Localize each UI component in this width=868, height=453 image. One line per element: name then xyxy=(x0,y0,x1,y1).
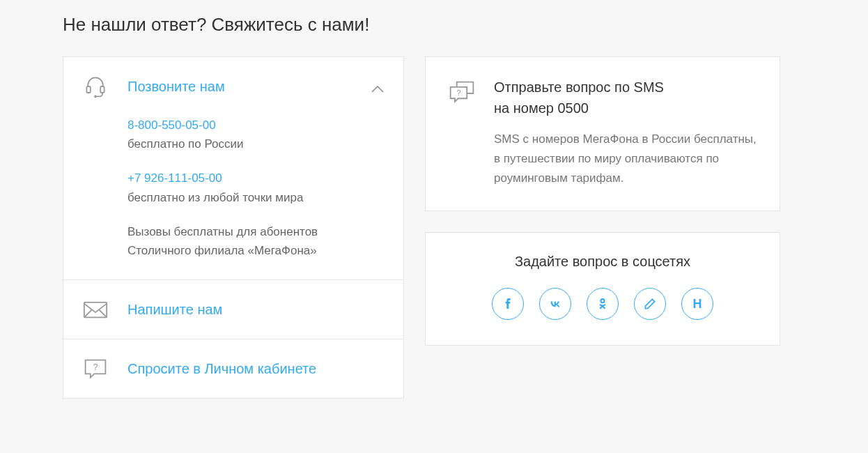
call-us-body: 8-800-550-05-00 бесплатно по России +7 9… xyxy=(63,116,403,279)
write-us-header[interactable]: Напишите нам xyxy=(63,280,403,339)
svg-rect-0 xyxy=(86,86,90,93)
accordion-item-write: Напишите нам xyxy=(63,280,403,339)
svg-rect-3 xyxy=(84,302,107,317)
ask-lk-header[interactable]: ? Спросите в Личном кабинете xyxy=(63,339,403,398)
contact-accordion: Позвоните нам 8-800-550-05-00 бесплатно … xyxy=(63,56,404,399)
call-us-title: Позвоните нам xyxy=(127,79,225,95)
social-card: Задайте вопрос в соцсетях H xyxy=(425,232,780,346)
svg-text:?: ? xyxy=(93,362,98,372)
svg-rect-1 xyxy=(100,86,104,93)
sms-card: ? Отправьте вопрос по SMS на номер 0500 … xyxy=(425,56,780,211)
chevron-up-icon xyxy=(371,83,384,90)
social-title: Задайте вопрос в соцсетях xyxy=(445,254,760,270)
phone-russia-note: бесплатно по России xyxy=(127,137,243,151)
sms-description: SMS с номеров МегаФона в России бесплатн… xyxy=(494,130,757,188)
chat-question-icon: ? xyxy=(83,356,108,381)
phone-world-note: бесплатно из любой точки мира xyxy=(127,191,303,204)
phone-russia-link[interactable]: 8-800-550-05-00 xyxy=(127,116,216,135)
call-us-header[interactable]: Позвоните нам xyxy=(63,57,403,116)
facebook-icon[interactable] xyxy=(492,288,524,320)
phone-world-link[interactable]: +7 926-111-05-00 xyxy=(127,169,222,187)
odnoklassniki-icon[interactable] xyxy=(587,288,619,320)
svg-text:?: ? xyxy=(456,89,460,97)
sms-question-icon: ? xyxy=(448,79,476,107)
envelope-icon xyxy=(83,297,108,322)
page-title: Не нашли ответ? Свяжитесь с нами! xyxy=(63,14,805,36)
habr-icon[interactable]: H xyxy=(681,288,713,320)
call-footnote: Вызовы бесплатны для абонентов Столичног… xyxy=(127,225,318,257)
headset-icon xyxy=(83,74,108,99)
vk-icon[interactable] xyxy=(539,288,571,320)
write-us-title: Напишите нам xyxy=(127,302,222,318)
sms-title: Отправьте вопрос по SMS на номер 0500 xyxy=(494,77,757,118)
accordion-item-ask: ? Спросите в Личном кабинете xyxy=(63,339,403,398)
ask-lk-title: Спросите в Личном кабинете xyxy=(127,361,316,377)
pencil-icon[interactable] xyxy=(634,288,666,320)
social-buttons: H xyxy=(445,288,760,320)
accordion-item-call: Позвоните нам 8-800-550-05-00 бесплатно … xyxy=(63,57,403,280)
svg-point-2 xyxy=(94,95,97,98)
